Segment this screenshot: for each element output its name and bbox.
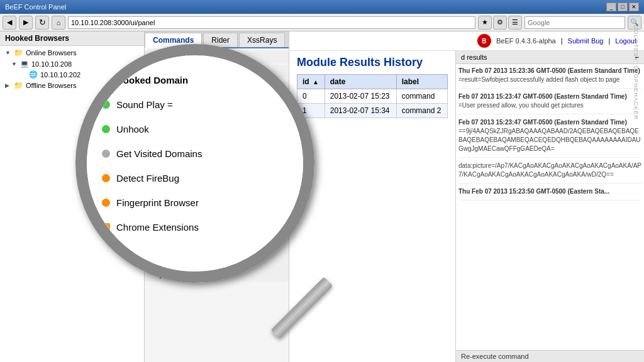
result-timestamp-5: Thu Feb 07 2013 15:23:50 GMT-0500 (Easte…	[458, 187, 641, 196]
module-item-firebug[interactable]: Detect FireBug	[145, 140, 289, 153]
result-entry-3: Feb 07 2013 15:23:47 GMT-0500 (Eastern S…	[458, 118, 641, 158]
expand-icon: ▼	[5, 50, 11, 56]
module-item-visiteddomains[interactable]: Get Visited Domains	[145, 115, 289, 128]
module-item-activex[interactable]: Detect Unsafe ActiveX	[145, 153, 289, 165]
sidebar: Hooked Browsers ▼ 📁 Online Browsers ▼ 💻 …	[0, 31, 145, 362]
group-label-exploits: Exploits (14)	[169, 221, 211, 230]
search-input[interactable]	[525, 16, 625, 29]
group-arrow-sub1: ▶	[160, 248, 165, 255]
status-dot-yellow	[160, 106, 166, 112]
sidebar-item-ip2[interactable]: 🌐 10.10.10.202	[0, 69, 144, 80]
maximize-button[interactable]: □	[618, 3, 628, 11]
tab-rider[interactable]: Rider	[203, 33, 238, 47]
expand-icon: ▼	[11, 61, 18, 67]
col-id[interactable]: id ▲	[297, 75, 325, 89]
module-group-chrome-header[interactable]: ▶ 📁 Chrome Extensions (7)	[145, 192, 289, 204]
module-group-sub1[interactable]: ▶ 📁	[145, 246, 289, 258]
module-label-webcam: Webcam	[170, 104, 199, 113]
browser-icon: 🌐	[29, 70, 38, 79]
module-item-playsound[interactable]: Play Sound	[145, 77, 289, 90]
extensions-icon[interactable]: ⚙	[493, 16, 507, 30]
home-button[interactable]: ⌂	[52, 16, 65, 30]
group-arrow-user: ▶	[150, 54, 155, 61]
separator: |	[561, 37, 563, 45]
module-group-user: ▶ 📁 User (10)	[145, 51, 289, 63]
folder-icon-debug: 📁	[157, 207, 167, 216]
minimize-button[interactable]: _	[606, 3, 616, 11]
folder-icon-social: 📁	[167, 272, 176, 280]
window-controls: _ □ ✕	[606, 3, 639, 11]
result-entry-1: Thu Feb 07 2013 15:23:36 GMT-0500 (Easte…	[458, 67, 641, 89]
col-label[interactable]: label	[396, 75, 447, 89]
status-dot-green	[160, 93, 166, 99]
sidebar-item-ip1[interactable]: ▼ 💻 10.10.10.208	[0, 58, 144, 69]
expand-icon	[20, 72, 26, 78]
window-title: BeEF Control Panel	[5, 3, 606, 11]
beef-version: BeEF 0.4.3.6-alpha	[496, 37, 556, 45]
bottom-text: Re-execute command	[461, 353, 529, 360]
expand-arrow-offline: ▶	[5, 82, 11, 89]
sidebar-header: Hooked Browsers	[0, 31, 144, 46]
result-timestamp-1: Thu Feb 07 2013 15:23:36 GMT-0500 (Easte…	[458, 67, 641, 75]
module-group-debug-header[interactable]: ▶ 📁 Debug (3)	[145, 206, 289, 218]
folder-icon-sub1: 📁	[167, 248, 176, 256]
cell-date: 2013-02-07 15:23	[325, 89, 396, 104]
result-entry-2: Feb 07 2013 15:23:47 GMT-0500 (Eastern S…	[458, 92, 641, 114]
module-item-popupblocker[interactable]: Detect Popup Blocker	[145, 128, 289, 140]
menu-icon[interactable]: ☰	[508, 16, 522, 30]
table-row[interactable]: 0 2013-02-07 15:23 command	[297, 89, 448, 104]
module-group-hooked-header[interactable]: ▼ 📁 Hooked Domain (17)	[145, 65, 289, 77]
bottom-bar: Re-execute command	[456, 350, 644, 362]
reload-button[interactable]: ↻	[35, 16, 49, 30]
bookmark-icon[interactable]: ★	[478, 16, 492, 30]
search-icon[interactable]: 🔍	[628, 16, 641, 30]
module-item-fingerprint[interactable]: Fingerprint Browser	[145, 165, 289, 178]
submit-bug-link[interactable]: Submit Bug	[568, 37, 604, 45]
module-group-misc-header[interactable]: ▶ 📁 (13)	[145, 233, 289, 246]
tab-commands[interactable]: Commands	[145, 33, 202, 48]
group-label-social: Social Em...	[179, 272, 216, 280]
results-panel: B BeEF 0.4.3.6-alpha | Submit Bug | Logo…	[289, 31, 644, 362]
beef-header: B BeEF 0.4.3.6-alpha | Submit Bug | Logo…	[289, 31, 644, 51]
module-label-fingerprint: Fingerprint Browser	[170, 167, 236, 176]
group-arrow-debug: ▶	[150, 209, 155, 216]
tab-xssrays[interactable]: XssRays	[239, 33, 285, 47]
result-text-3: ==9j/4AAQSkZJRgABAQAAAQABAAD/2AQEBAQEBAQ…	[458, 127, 641, 153]
result-text-4: data:picture=/Ap7/KACgAoAKACgAoAKACgAoAK…	[458, 162, 641, 179]
module-group-sub2[interactable]: ▶ 📁 Pho...	[145, 258, 289, 270]
col-date[interactable]: date	[325, 75, 396, 89]
module-group-misc: ▶ 📁 (13) ▶ 📁 ▶ 📁 Pho... ▶ 📁	[145, 233, 289, 282]
status-dot-orange	[160, 131, 166, 137]
close-button[interactable]: ✕	[629, 3, 639, 11]
status-dot-green	[160, 80, 166, 87]
cmd-close-button[interactable]: −	[635, 53, 639, 61]
module-item-visiteduris[interactable]: Get Visited URLs	[145, 178, 289, 190]
result-entry-4: data:picture=/Ap7/KACgAoAKACgAoAKACgAoAK…	[458, 162, 641, 184]
result-timestamp-2: Feb 07 2013 15:23:47 GMT-0500 (Eastern S…	[458, 92, 641, 101]
module-item-unhook[interactable]: Unhook	[145, 90, 289, 102]
module-group-exploits-header[interactable]: ▶ 📁 Exploits (14)	[145, 219, 289, 232]
sidebar-item-online[interactable]: ▼ 📁 Online Browsers	[0, 47, 144, 58]
address-input[interactable]	[68, 16, 475, 29]
forward-button[interactable]: ▶	[19, 16, 33, 30]
sidebar-item-offline[interactable]: ▶ 📁 Offline Browsers	[0, 80, 144, 91]
back-button[interactable]: ◀	[3, 16, 16, 30]
module-item-webcam[interactable]: Webcam	[145, 102, 289, 115]
module-list: ▶ 📁 User (10) ▼ 📁 Hooked Domain (17) Pla…	[145, 48, 289, 285]
cmd-results-label: d results	[461, 53, 487, 61]
folder-icon-chrome: 📁	[157, 194, 167, 202]
folder-icon-sub2: 📁	[167, 260, 176, 268]
module-group-social[interactable]: ▶ 📁 Social Em...	[145, 270, 289, 282]
group-label-hooked: Hooked Domain (17)	[170, 67, 240, 75]
module-group-user-header[interactable]: ▶ 📁 User (10)	[145, 51, 289, 63]
sidebar-label-offline: Offline Browsers	[26, 82, 77, 89]
folder-icon: 📁	[14, 48, 23, 57]
table-row[interactable]: 1 2013-02-07 15:34 command 2	[297, 104, 448, 118]
module-label-popupblocker: Detect Popup Blocker	[170, 129, 243, 138]
commands-panel: Commands Rider XssRays ▶ 📁 User (10) ▼ 📁…	[145, 31, 289, 362]
cell-date: 2013-02-07 15:34	[325, 104, 396, 118]
sort-arrow: ▲	[313, 79, 319, 85]
folder-icon-misc: 📁	[157, 235, 167, 244]
logout-link[interactable]: Logout	[615, 37, 636, 45]
cell-id: 0	[297, 89, 325, 104]
